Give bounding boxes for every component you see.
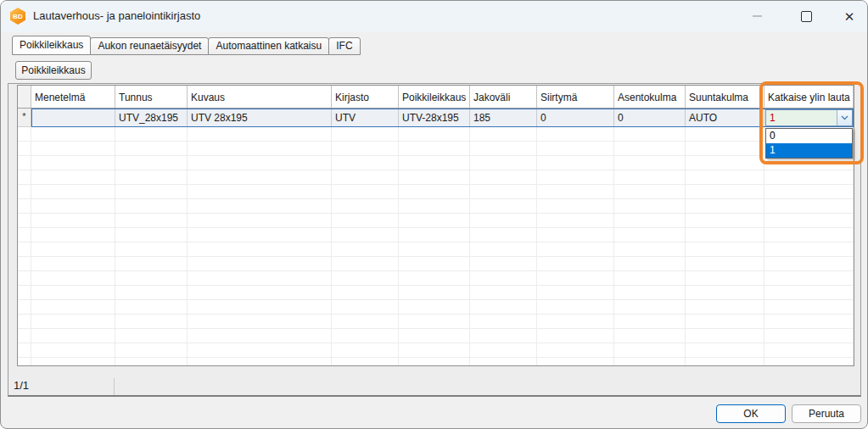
column-header[interactable]: Menetelmä <box>31 86 115 108</box>
empty-cell <box>188 170 332 184</box>
empty-cell <box>537 127 614 141</box>
column-header[interactable]: Suuntakulma <box>686 86 764 108</box>
column-header[interactable]: Kirjasto <box>332 86 399 108</box>
empty-cell <box>399 257 470 270</box>
combo-value[interactable]: 1 <box>766 110 837 125</box>
cancel-button[interactable]: Peruuta <box>792 404 861 423</box>
empty-cell <box>188 242 332 256</box>
grid-cell[interactable]: UTV <box>332 109 399 126</box>
empty-cell <box>18 127 31 141</box>
empty-cell <box>31 286 115 299</box>
column-header[interactable]: Katkaise ylin lauta <box>764 86 854 108</box>
empty-cell <box>399 214 470 227</box>
empty-cell <box>686 170 764 184</box>
table-row: *UTV_28x195UTV 28x195UTVUTV-28x19518500A… <box>18 109 854 127</box>
empty-cell <box>764 170 854 184</box>
tab-automaattinen-katkaisu[interactable]: Automaattinen katkaisu <box>208 37 329 55</box>
empty-row[interactable] <box>18 358 854 366</box>
empty-cell <box>18 214 31 227</box>
empty-cell <box>399 199 470 213</box>
empty-cell <box>470 228 537 242</box>
column-header[interactable]: Tunnus <box>115 86 188 108</box>
grid-cell[interactable]: 0 <box>537 109 614 126</box>
empty-cell <box>686 127 764 141</box>
empty-cell <box>188 329 332 343</box>
empty-row[interactable] <box>18 127 854 142</box>
empty-row[interactable] <box>18 257 854 271</box>
empty-row[interactable] <box>18 156 854 170</box>
empty-row[interactable] <box>18 343 854 358</box>
empty-cell <box>332 257 399 270</box>
grid-cell[interactable] <box>32 109 115 126</box>
empty-cell <box>614 343 686 357</box>
empty-cell <box>470 329 537 343</box>
tab-poikkileikkaus[interactable]: Poikkileikkaus <box>12 36 91 55</box>
empty-row[interactable] <box>18 214 854 228</box>
empty-cell <box>614 271 686 285</box>
column-header[interactable]: Asentokulma <box>614 86 686 108</box>
empty-row[interactable] <box>18 185 854 199</box>
empty-cell <box>115 257 188 270</box>
grid-cell[interactable]: UTV_28x195 <box>115 109 188 126</box>
empty-row[interactable] <box>18 315 854 329</box>
tab-ifc[interactable]: IFC <box>328 37 360 55</box>
column-header[interactable]: Siirtymä <box>537 86 614 108</box>
empty-cell <box>764 271 854 285</box>
empty-cell <box>332 199 399 213</box>
close-icon: ✕ <box>844 10 855 23</box>
row-header-corner[interactable] <box>18 86 31 108</box>
selected-row[interactable]: UTV_28x195UTV 28x195UTVUTV-28x19518500AU… <box>31 109 854 127</box>
empty-row[interactable] <box>18 271 854 286</box>
empty-cell <box>115 214 188 227</box>
row-marker[interactable]: * <box>18 109 31 127</box>
empty-cell <box>470 343 537 357</box>
empty-cell <box>399 329 470 343</box>
combo-dropdown-button[interactable] <box>837 110 852 125</box>
grid-cell[interactable]: AUTO <box>686 109 764 126</box>
ok-button[interactable]: OK <box>716 404 786 423</box>
empty-cell <box>399 358 470 366</box>
grid-cell[interactable]: 0 <box>614 109 686 126</box>
column-header[interactable]: Jakoväli <box>470 86 537 108</box>
maximize-button[interactable] <box>787 1 826 31</box>
empty-cell <box>18 185 31 198</box>
empty-cell <box>470 286 537 299</box>
empty-cell <box>614 156 686 170</box>
column-header[interactable]: Kuvaus <box>188 86 332 108</box>
dropdown-option-0[interactable]: 0 <box>766 129 852 143</box>
grid-cell[interactable]: UTV 28x195 <box>188 109 332 126</box>
empty-row[interactable] <box>18 170 854 185</box>
empty-row[interactable] <box>18 142 854 156</box>
empty-row[interactable] <box>18 242 854 257</box>
empty-cell <box>470 257 537 270</box>
empty-cell <box>537 257 614 270</box>
empty-cell <box>614 214 686 227</box>
empty-cell <box>18 242 31 256</box>
empty-row[interactable] <box>18 329 854 343</box>
empty-row[interactable] <box>18 199 854 214</box>
empty-cell <box>115 271 188 285</box>
grid-cell[interactable]: 185 <box>470 109 537 126</box>
empty-cell <box>18 315 31 328</box>
record-count: 1/1 <box>14 379 29 392</box>
empty-row[interactable] <box>18 300 854 315</box>
empty-cell <box>764 242 854 256</box>
empty-cell <box>470 170 537 184</box>
empty-row[interactable] <box>18 286 854 300</box>
data-grid[interactable]: MenetelmäTunnusKuvausKirjastoPoikkileikk… <box>17 85 854 366</box>
empty-cell <box>399 315 470 328</box>
empty-cell <box>399 242 470 256</box>
empty-cell <box>399 271 470 285</box>
poikkileikkaus-button[interactable]: Poikkileikkaus <box>15 61 92 80</box>
empty-cell <box>31 358 115 366</box>
empty-row[interactable] <box>18 228 854 242</box>
empty-cell <box>18 142 31 155</box>
grid-cell[interactable]: UTV-28x195 <box>399 109 470 126</box>
empty-cell <box>614 185 686 198</box>
close-button[interactable]: ✕ <box>830 1 868 31</box>
tab-aukon-reunaetaisyydet[interactable]: Aukon reunaetäisyydet <box>90 37 209 55</box>
column-header[interactable]: Poikkileikkaus <box>399 86 470 108</box>
combo-katkaise-ylin-lauta[interactable]: 1 <box>765 109 853 126</box>
empty-cell <box>188 214 332 227</box>
dropdown-option-1[interactable]: 1 <box>766 143 852 158</box>
